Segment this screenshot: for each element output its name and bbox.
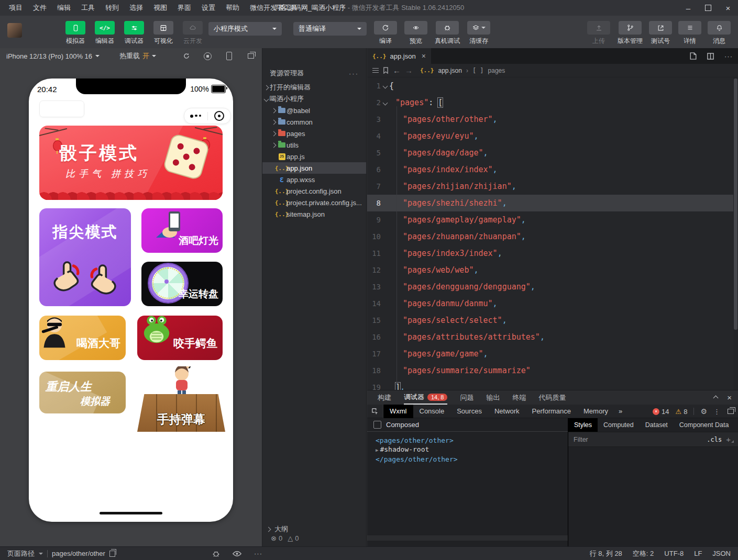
devtools-settings-icon[interactable]: ⚙ [700,407,707,416]
rotate-device-icon[interactable] [225,52,233,60]
close-panel-icon[interactable]: × [727,393,732,402]
dom-node-open[interactable]: <pages/other/other> [376,436,568,445]
status-UTF-8[interactable]: UTF-8 [664,550,684,557]
code-line-12[interactable]: 12"pages/web/web", [367,262,738,278]
status-LF[interactable]: LF [694,550,702,557]
minimize-icon[interactable]: – [678,0,698,16]
more-menu-icon[interactable] [184,115,207,118]
styles-tab-styles[interactable]: Styles [568,418,598,432]
status-行[interactable]: 行 8, 列 28 [590,549,622,558]
panel-tab-调试器[interactable]: 调试器14, 8 [404,390,447,405]
code-line-3[interactable]: 3"pages/other/other", [367,111,738,128]
menu-编辑[interactable]: 编辑 [52,0,75,16]
file-common[interactable]: common [262,116,366,128]
code-content[interactable]: 1{2"pages": [3"pages/other/other",4"page… [367,77,738,390]
panel-tab-代码质量[interactable]: 代码质量 [538,390,566,405]
menu-转到[interactable]: 转到 [101,0,124,16]
code-line-4[interactable]: 4"pages/eyu/eyu", [367,128,738,144]
explorer-more-icon[interactable]: ··· [349,70,359,77]
dom-node-close[interactable]: </pages/other/other> [376,455,568,464]
code-line-10[interactable]: 10"pages/zhuanpan/zhuanpan", [367,228,738,245]
device-select[interactable]: iPhone 12/13 (Pro) 100% 16 [0,52,100,60]
code-line-13[interactable]: 13"pages/dengguang/dengguang", [367,278,738,295]
status-空格:[interactable]: 空格: 2 [633,549,654,558]
上传-button[interactable]: 上传 [586,21,611,46]
editor-scrollbar[interactable] [733,77,738,390]
tab-close-icon[interactable]: × [422,52,426,60]
file-project.config.json[interactable]: {..}project.config.json [262,185,366,197]
stop-record-icon[interactable] [204,52,212,60]
hot-reload-toggle[interactable]: 热重载 开 [119,51,156,61]
file-@babel[interactable]: @babel [262,105,366,116]
forward-icon[interactable]: → [405,66,413,75]
详情-button[interactable]: 详情 [678,21,701,46]
tile-crocodile-bite[interactable]: 咬手鳄鱼 [137,316,223,360]
云开发-button[interactable]: 云开发 [180,21,205,46]
mode-select[interactable]: 小程序模式 [208,22,282,36]
devtools-tab-Sources[interactable]: Sources [450,405,488,418]
menu-文件[interactable]: 文件 [28,0,51,16]
panel-tab-构建[interactable]: 构建 [378,390,391,405]
真机调试-button[interactable]: 真机调试 [435,21,460,46]
styles-tab-computed[interactable]: Computed [598,418,640,432]
code-line-8[interactable]: 8"pages/shezhi/shezhi", [367,195,738,211]
code-line-2[interactable]: 2"pages": [ [367,94,738,111]
code-line-1[interactable]: 1{ [367,77,738,94]
cls-toggle[interactable]: .cls [707,436,722,443]
status-JSON[interactable]: JSON [712,550,731,557]
back-icon[interactable]: ← [393,66,401,75]
file-app.js[interactable]: JSapp.js [262,151,366,162]
file-sitemap.json[interactable]: {..}sitemap.json [262,208,366,220]
code-line-16[interactable]: 16"pages/attributes/attributes", [367,329,738,345]
menu-微信开发者工具[interactable]: 微信开发者工具 [245,0,302,16]
collapse-panel-icon[interactable] [714,394,718,401]
avatar[interactable] [7,23,22,38]
tile-restart-life[interactable]: 重启人生 模拟器 [39,372,126,413]
menu-帮助[interactable]: 帮助 [221,0,244,16]
file-pages[interactable]: pages [262,128,366,139]
new-style-rule-icon[interactable]: + [726,435,734,444]
code-line-18[interactable]: 18"pages/summarize/summarize" [367,362,738,379]
编译-button[interactable]: 编译 [374,21,397,46]
console-error-icon[interactable]: × [653,408,659,415]
tree-section-喝酒小程序[interactable]: 喝酒小程序 [262,93,366,105]
code-line-17[interactable]: 17"pages/game/game", [367,345,738,362]
code-line-15[interactable]: 15"pages/select/select", [367,312,738,329]
测试号-button[interactable]: 测试号 [649,21,672,46]
模拟器-button[interactable]: 模拟器 [63,21,88,46]
devtools-tab-Wxml[interactable]: Wxml [383,405,413,418]
console-warning-icon[interactable]: ⚠ [676,408,682,416]
outline-list-icon[interactable] [372,68,379,73]
panel-tab-终端[interactable]: 终端 [512,390,526,405]
vconsole-bug-icon[interactable] [212,550,220,557]
devtools-tab-Memory[interactable]: Memory [577,405,614,418]
清缓存-button[interactable]: 清缓存 [467,21,490,46]
inspect-element-icon[interactable] [367,405,383,418]
code-line-11[interactable]: 11"pages/index3/index", [367,245,738,262]
styles-tab-dataset[interactable]: Dataset [640,418,674,432]
tile-dice-mode[interactable]: 骰子模式 比手气 拼技巧 [39,126,223,200]
tile-bar-lights[interactable]: 酒吧灯光 [141,208,223,253]
file-project.private.config.js...[interactable]: {..}project.private.config.js... [262,197,366,208]
exit-target-icon[interactable] [208,111,231,121]
wxml-scrollbar[interactable] [367,535,568,541]
restart-icon[interactable] [182,52,190,60]
tile-fingertip-mode[interactable]: 指尖模式 [39,208,131,306]
breadcrumb-file[interactable]: app.json [438,67,462,74]
composed-checkbox[interactable] [373,421,381,429]
code-line-19[interactable]: 19], [367,379,738,390]
tile-lucky-wheel[interactable]: 幸运转盘 [141,262,223,306]
nav-back-placeholder[interactable] [39,100,84,117]
版本管理-button[interactable]: 版本管理 [618,21,643,46]
devtools-tab-Console[interactable]: Console [413,405,451,418]
file-app.wxss[interactable]: 3app.wxss [262,174,366,185]
devtools-detach-icon[interactable] [728,409,734,414]
preview-eye-icon[interactable] [233,551,241,557]
menu-选择[interactable]: 选择 [125,0,148,16]
tree-section-打开的编辑器[interactable]: 打开的编辑器 [262,82,366,93]
code-line-14[interactable]: 14"pages/danmu/danmu", [367,295,738,312]
可视化-button[interactable]: 可视化 [151,21,176,46]
tile-drinking-bro[interactable]: 喝酒大哥 [39,316,126,360]
menu-界面[interactable]: 界面 [173,0,196,16]
menu-视图[interactable]: 视图 [149,0,172,16]
